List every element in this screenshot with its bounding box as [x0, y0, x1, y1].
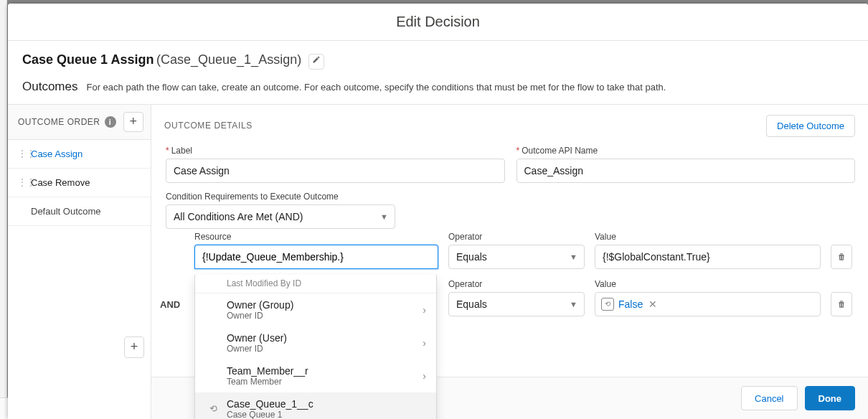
plus-icon: +	[131, 339, 138, 354]
outcome-detail-panel: OUTCOME DETAILS Delete Outcome Label Out…	[151, 105, 868, 419]
done-button[interactable]: Done	[805, 386, 856, 410]
value-col-label: Value	[595, 279, 821, 289]
sidebar-item-case-assign[interactable]: ⋮⋮ Case Assign	[8, 140, 151, 169]
value-col-label: Value	[595, 232, 821, 242]
outcome-order-header: OUTCOME ORDER i +	[8, 105, 151, 140]
operator-col-label: Operator	[448, 232, 585, 242]
condition-requirements-label: Condition Requirements to Execute Outcom…	[151, 189, 868, 204]
trash-icon	[836, 252, 846, 262]
info-icon[interactable]: i	[105, 116, 116, 128]
link-icon: ⟲	[209, 403, 217, 414]
value-pill[interactable]: ⟲ False ✕	[595, 292, 821, 316]
grip-icon: ⋮⋮	[18, 177, 25, 187]
background-left-strip	[0, 0, 7, 419]
modal-body: OUTCOME ORDER i + ⋮⋮ Case Assign ⋮⋮ Case…	[8, 105, 868, 419]
delete-condition-button[interactable]	[831, 245, 852, 269]
pencil-icon	[312, 55, 321, 64]
dropdown-item-owner-group[interactable]: Owner (Group) Owner ID ›	[195, 293, 436, 326]
delete-condition-button[interactable]	[831, 292, 852, 316]
trash-icon	[836, 299, 846, 309]
decision-api-name: (Case_Queue_1_Assign)	[156, 52, 301, 67]
outcome-details-heading: OUTCOME DETAILS	[164, 121, 253, 131]
label-field-label: Label	[166, 146, 505, 156]
api-field-label: Outcome API Name	[516, 146, 856, 156]
chevron-right-icon: ›	[423, 304, 426, 316]
and-connector: AND	[160, 299, 180, 310]
decision-name-row: Case Queue 1 Assign (Case_Queue_1_Assign…	[8, 41, 868, 75]
condition-row-1: Resource Operator ▼ Value	[194, 232, 855, 269]
delete-outcome-button[interactable]: Delete Outcome	[766, 115, 855, 137]
value-input[interactable]	[595, 245, 821, 269]
grip-icon: ⋮⋮	[18, 149, 25, 159]
conditions-area: Resource Operator ▼ Value	[151, 232, 868, 355]
sidebar-item-label: Default Outcome	[31, 206, 101, 217]
operator-col-label: Operator	[448, 279, 585, 289]
resource-col-label: Resource	[194, 232, 438, 242]
modal-header: Edit Decision	[8, 4, 868, 41]
sidebar-item-label: Case Remove	[31, 177, 90, 188]
dropdown-item-owner-user[interactable]: Owner (User) Owner ID ›	[195, 326, 436, 359]
resource-dropdown: Last Modified By ID Owner (Group) Owner …	[194, 275, 437, 419]
api-name-input[interactable]	[516, 159, 856, 183]
outcome-order-label: OUTCOME ORDER	[18, 117, 100, 127]
decision-label: Case Queue 1 Assign	[22, 52, 154, 67]
value-pill-text: False	[618, 298, 643, 310]
edit-name-button[interactable]	[308, 54, 324, 70]
dropdown-truncated-item[interactable]: Last Modified By ID	[195, 275, 436, 293]
dropdown-item-case-queue-1[interactable]: ⟲ Case_Queue_1__c Case Queue 1	[195, 392, 436, 419]
chevron-right-icon: ›	[423, 337, 426, 349]
dropdown-item-team-member[interactable]: Team_Member__r Team Member ›	[195, 359, 436, 392]
chevron-right-icon: ›	[423, 370, 426, 382]
outcomes-description: For each path the flow can take, create …	[86, 82, 666, 93]
condition-requirements-select[interactable]	[166, 204, 395, 229]
outcome-sidebar: OUTCOME ORDER i + ⋮⋮ Case Assign ⋮⋮ Case…	[8, 105, 151, 419]
modal-title: Edit Decision	[8, 14, 868, 30]
link-icon: ⟲	[601, 298, 614, 311]
operator-select[interactable]	[448, 245, 585, 269]
sidebar-item-default-outcome[interactable]: ⋮⋮ Default Outcome	[8, 197, 151, 226]
resource-input[interactable]	[194, 245, 438, 269]
outcomes-description-row: Outcomes For each path the flow can take…	[8, 75, 868, 105]
add-outcome-button[interactable]: +	[123, 112, 143, 132]
operator-select[interactable]	[448, 292, 585, 316]
cancel-button[interactable]: Cancel	[741, 386, 797, 410]
sidebar-item-label: Case Assign	[31, 149, 82, 159]
add-condition-button[interactable]: +	[124, 336, 144, 358]
decision-modal: Edit Decision Case Queue 1 Assign (Case_…	[8, 4, 868, 419]
outcomes-heading: Outcomes	[22, 80, 77, 94]
label-input[interactable]	[166, 159, 505, 183]
remove-pill-icon[interactable]: ✕	[648, 298, 657, 310]
sidebar-item-case-remove[interactable]: ⋮⋮ Case Remove	[8, 169, 151, 197]
